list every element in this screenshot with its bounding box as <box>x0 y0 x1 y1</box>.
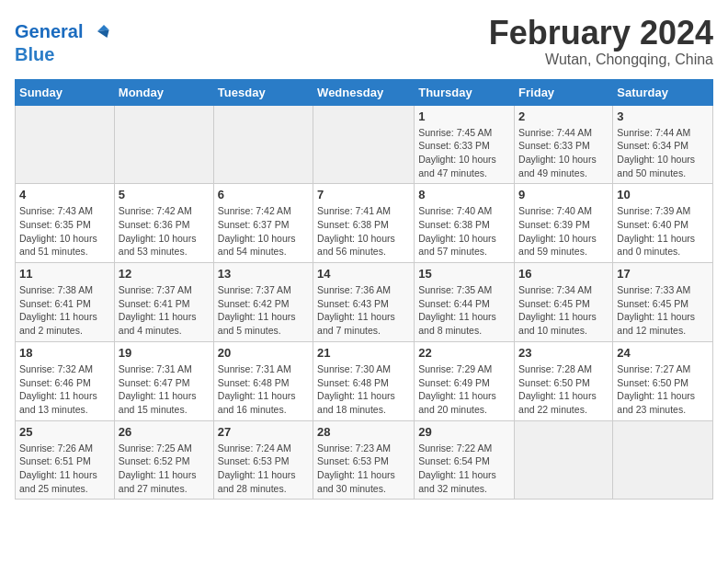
calendar-cell: 20Sunrise: 7:31 AMSunset: 6:48 PMDayligh… <box>213 341 313 420</box>
calendar-cell: 17Sunrise: 7:33 AMSunset: 6:45 PMDayligh… <box>613 263 713 342</box>
logo-text-general: General <box>15 21 83 41</box>
day-number: 1 <box>418 109 510 123</box>
calendar-week-5: 25Sunrise: 7:26 AMSunset: 6:51 PMDayligh… <box>16 420 713 500</box>
day-info: Sunrise: 7:34 AMSunset: 6:45 PMDaylight:… <box>518 283 609 338</box>
day-info: Sunrise: 7:40 AMSunset: 6:38 PMDaylight:… <box>418 204 510 259</box>
calendar-cell: 14Sunrise: 7:36 AMSunset: 6:43 PMDayligh… <box>313 263 415 342</box>
day-info: Sunrise: 7:38 AMSunset: 6:41 PMDaylight:… <box>19 283 110 338</box>
calendar-cell: 25Sunrise: 7:26 AMSunset: 6:51 PMDayligh… <box>16 420 115 500</box>
day-number: 13 <box>218 267 309 281</box>
calendar-week-1: 1Sunrise: 7:45 AMSunset: 6:33 PMDaylight… <box>16 105 713 184</box>
calendar-week-4: 18Sunrise: 7:32 AMSunset: 6:46 PMDayligh… <box>16 341 713 420</box>
calendar-cell: 7Sunrise: 7:41 AMSunset: 6:38 PMDaylight… <box>313 184 415 263</box>
calendar-cell: 16Sunrise: 7:34 AMSunset: 6:45 PMDayligh… <box>515 263 613 342</box>
day-info: Sunrise: 7:44 AMSunset: 6:33 PMDaylight:… <box>518 126 609 180</box>
calendar-cell: 8Sunrise: 7:40 AMSunset: 6:38 PMDaylight… <box>415 184 515 263</box>
day-number: 10 <box>617 188 709 201</box>
calendar-cell: 2Sunrise: 7:44 AMSunset: 6:33 PMDaylight… <box>515 105 613 184</box>
calendar-body: 1Sunrise: 7:45 AMSunset: 6:33 PMDaylight… <box>16 105 713 500</box>
calendar-cell: 6Sunrise: 7:42 AMSunset: 6:37 PMDaylight… <box>213 184 313 263</box>
day-number: 17 <box>617 267 709 281</box>
day-info: Sunrise: 7:27 AMSunset: 6:50 PMDaylight:… <box>617 362 709 417</box>
day-info: Sunrise: 7:35 AMSunset: 6:44 PMDaylight:… <box>418 283 510 338</box>
day-number: 8 <box>418 188 510 201</box>
day-info: Sunrise: 7:39 AMSunset: 6:40 PMDaylight:… <box>617 204 709 259</box>
calendar-cell <box>515 420 613 500</box>
day-header-wednesday: Wednesday <box>313 79 415 105</box>
day-info: Sunrise: 7:29 AMSunset: 6:49 PMDaylight:… <box>418 362 510 417</box>
day-number: 18 <box>19 346 110 360</box>
day-number: 23 <box>518 346 609 360</box>
day-info: Sunrise: 7:28 AMSunset: 6:50 PMDaylight:… <box>518 362 609 417</box>
calendar-cell: 23Sunrise: 7:28 AMSunset: 6:50 PMDayligh… <box>515 341 613 420</box>
day-header-monday: Monday <box>114 79 213 105</box>
day-info: Sunrise: 7:42 AMSunset: 6:37 PMDaylight:… <box>218 204 309 259</box>
day-info: Sunrise: 7:30 AMSunset: 6:48 PMDaylight:… <box>317 362 410 417</box>
day-info: Sunrise: 7:37 AMSunset: 6:42 PMDaylight:… <box>218 283 309 338</box>
day-number: 27 <box>218 425 309 439</box>
calendar-cell: 5Sunrise: 7:42 AMSunset: 6:36 PMDaylight… <box>114 184 213 263</box>
day-info: Sunrise: 7:42 AMSunset: 6:36 PMDaylight:… <box>119 204 210 259</box>
calendar-cell: 3Sunrise: 7:44 AMSunset: 6:34 PMDaylight… <box>613 105 713 184</box>
logo: General Blue <box>15 18 110 64</box>
calendar-header: SundayMondayTuesdayWednesdayThursdayFrid… <box>16 79 713 105</box>
day-headers-row: SundayMondayTuesdayWednesdayThursdayFrid… <box>16 79 713 105</box>
day-number: 12 <box>119 267 210 281</box>
day-header-friday: Friday <box>515 79 613 105</box>
calendar-cell: 29Sunrise: 7:22 AMSunset: 6:54 PMDayligh… <box>415 420 515 500</box>
calendar-cell: 28Sunrise: 7:23 AMSunset: 6:53 PMDayligh… <box>313 420 415 500</box>
calendar-cell: 24Sunrise: 7:27 AMSunset: 6:50 PMDayligh… <box>613 341 713 420</box>
day-number: 26 <box>119 425 210 439</box>
calendar-week-3: 11Sunrise: 7:38 AMSunset: 6:41 PMDayligh… <box>16 263 713 342</box>
calendar-cell: 18Sunrise: 7:32 AMSunset: 6:46 PMDayligh… <box>16 341 115 420</box>
day-info: Sunrise: 7:25 AMSunset: 6:52 PMDaylight:… <box>119 442 210 496</box>
day-number: 25 <box>19 425 110 439</box>
day-number: 28 <box>317 425 410 439</box>
day-number: 24 <box>617 346 709 360</box>
title-block: February 2024 Wutan, Chongqing, China <box>489 15 713 68</box>
calendar-cell <box>213 105 313 184</box>
page-subtitle: Wutan, Chongqing, China <box>489 52 713 68</box>
day-header-sunday: Sunday <box>16 79 115 105</box>
day-info: Sunrise: 7:36 AMSunset: 6:43 PMDaylight:… <box>317 283 410 338</box>
day-info: Sunrise: 7:24 AMSunset: 6:53 PMDaylight:… <box>218 442 309 496</box>
calendar-cell: 26Sunrise: 7:25 AMSunset: 6:52 PMDayligh… <box>114 420 213 500</box>
day-info: Sunrise: 7:31 AMSunset: 6:47 PMDaylight:… <box>119 362 210 417</box>
day-info: Sunrise: 7:31 AMSunset: 6:48 PMDaylight:… <box>218 362 309 417</box>
calendar-cell: 19Sunrise: 7:31 AMSunset: 6:47 PMDayligh… <box>114 341 213 420</box>
day-number: 9 <box>518 188 609 201</box>
day-info: Sunrise: 7:44 AMSunset: 6:34 PMDaylight:… <box>617 126 709 180</box>
day-number: 2 <box>518 109 609 123</box>
day-number: 5 <box>119 188 210 201</box>
day-number: 11 <box>19 267 110 281</box>
day-number: 19 <box>119 346 210 360</box>
calendar-cell: 9Sunrise: 7:40 AMSunset: 6:39 PMDaylight… <box>515 184 613 263</box>
calendar-cell: 10Sunrise: 7:39 AMSunset: 6:40 PMDayligh… <box>613 184 713 263</box>
calendar-cell: 13Sunrise: 7:37 AMSunset: 6:42 PMDayligh… <box>213 263 313 342</box>
calendar-cell <box>313 105 415 184</box>
day-number: 4 <box>19 188 110 201</box>
calendar-cell <box>114 105 213 184</box>
calendar-cell: 11Sunrise: 7:38 AMSunset: 6:41 PMDayligh… <box>16 263 115 342</box>
logo-bird-icon <box>85 18 110 44</box>
day-number: 20 <box>218 346 309 360</box>
calendar-cell: 15Sunrise: 7:35 AMSunset: 6:44 PMDayligh… <box>415 263 515 342</box>
day-info: Sunrise: 7:40 AMSunset: 6:39 PMDaylight:… <box>518 204 609 259</box>
day-info: Sunrise: 7:23 AMSunset: 6:53 PMDaylight:… <box>317 442 410 496</box>
logo-text-blue: Blue <box>15 44 110 64</box>
calendar-cell: 4Sunrise: 7:43 AMSunset: 6:35 PMDaylight… <box>16 184 115 263</box>
calendar-cell: 27Sunrise: 7:24 AMSunset: 6:53 PMDayligh… <box>213 420 313 500</box>
day-number: 22 <box>418 346 510 360</box>
calendar-week-2: 4Sunrise: 7:43 AMSunset: 6:35 PMDaylight… <box>16 184 713 263</box>
calendar-cell: 21Sunrise: 7:30 AMSunset: 6:48 PMDayligh… <box>313 341 415 420</box>
day-info: Sunrise: 7:33 AMSunset: 6:45 PMDaylight:… <box>617 283 709 338</box>
day-info: Sunrise: 7:22 AMSunset: 6:54 PMDaylight:… <box>418 442 510 496</box>
day-info: Sunrise: 7:37 AMSunset: 6:41 PMDaylight:… <box>119 283 210 338</box>
calendar-cell: 22Sunrise: 7:29 AMSunset: 6:49 PMDayligh… <box>415 341 515 420</box>
day-info: Sunrise: 7:32 AMSunset: 6:46 PMDaylight:… <box>19 362 110 417</box>
day-number: 6 <box>218 188 309 201</box>
calendar-table: SundayMondayTuesdayWednesdayThursdayFrid… <box>15 79 713 500</box>
calendar-cell <box>16 105 115 184</box>
svg-marker-1 <box>97 30 109 38</box>
day-number: 7 <box>317 188 410 201</box>
